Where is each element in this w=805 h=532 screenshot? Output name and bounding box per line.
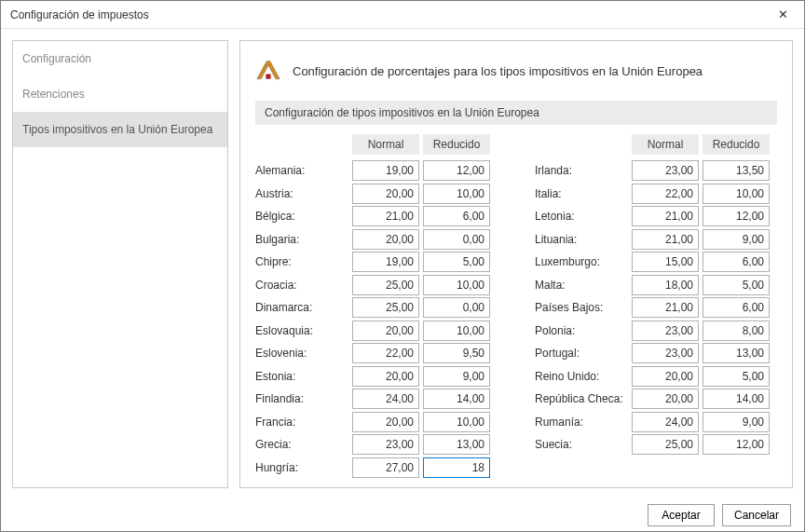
normal-input[interactable] <box>632 275 699 295</box>
normal-input[interactable] <box>632 297 699 318</box>
sidebar-item[interactable]: Retenciones <box>13 76 227 112</box>
tax-row: Hungría: <box>255 457 498 478</box>
reducido-input[interactable] <box>423 434 490 455</box>
normal-input[interactable] <box>352 457 419 478</box>
reducido-input[interactable] <box>703 275 770 295</box>
normal-input[interactable] <box>352 229 419 250</box>
reducido-input[interactable] <box>703 229 770 250</box>
reducido-input[interactable] <box>703 297 770 318</box>
tax-row: Alemania: <box>255 160 498 181</box>
tax-row: Polonia: <box>535 321 777 341</box>
reducido-input[interactable] <box>703 366 770 387</box>
reducido-input[interactable] <box>423 412 490 432</box>
header-normal: Normal <box>352 134 419 155</box>
country-label: Portugal: <box>535 343 628 363</box>
tax-row: Eslovenia: <box>255 343 498 363</box>
tax-row: Malta: <box>535 275 777 295</box>
close-button[interactable]: ✕ <box>762 1 804 28</box>
normal-input[interactable] <box>632 184 699 204</box>
country-label: Irlanda: <box>535 160 628 181</box>
main-header: Configuración de porcentajes para los ti… <box>255 52 777 89</box>
normal-input[interactable] <box>632 343 699 363</box>
reducido-input[interactable] <box>703 412 770 432</box>
normal-input[interactable] <box>352 160 419 181</box>
tax-row: Finlandia: <box>255 389 498 409</box>
normal-input[interactable] <box>632 229 699 250</box>
normal-input[interactable] <box>632 160 699 181</box>
reducido-input[interactable] <box>423 343 490 363</box>
normal-input[interactable] <box>352 297 419 318</box>
reducido-input[interactable] <box>423 297 490 318</box>
reducido-input[interactable] <box>703 252 770 272</box>
reducido-input[interactable] <box>423 184 490 204</box>
tax-row: Francia: <box>255 412 498 432</box>
reducido-input[interactable] <box>703 389 770 409</box>
reducido-input[interactable] <box>703 343 770 363</box>
normal-input[interactable] <box>352 366 419 387</box>
normal-input[interactable] <box>632 389 699 409</box>
tax-row: Suecia: <box>535 434 777 455</box>
normal-input[interactable] <box>352 412 419 432</box>
country-label: Eslovaquia: <box>255 321 348 341</box>
normal-input[interactable] <box>632 252 699 272</box>
reducido-input[interactable] <box>423 457 490 478</box>
tax-row: Bélgica: <box>255 206 498 226</box>
normal-input[interactable] <box>632 434 699 455</box>
country-label: Luxemburgo: <box>535 252 628 272</box>
tax-row: Letonia: <box>535 206 777 226</box>
tax-row: Lituania: <box>535 229 777 250</box>
window-title: Configuración de impuestos <box>10 8 762 21</box>
tax-row: Rumanía: <box>535 412 777 432</box>
reducido-input[interactable] <box>423 366 490 387</box>
normal-input[interactable] <box>632 412 699 432</box>
normal-input[interactable] <box>352 389 419 409</box>
header-spacer <box>255 134 348 155</box>
reducido-input[interactable] <box>703 184 770 204</box>
accept-button[interactable]: Aceptar <box>648 504 715 526</box>
reducido-input[interactable] <box>423 160 490 181</box>
main-title: Configuración de porcentajes para los ti… <box>293 64 703 78</box>
tax-config-dialog: Configuración de impuestos ✕ Configuraci… <box>0 0 805 532</box>
reducido-input[interactable] <box>703 206 770 226</box>
header-normal: Normal <box>632 134 699 155</box>
sidebar-item[interactable]: Tipos impositivos en la Unión Europea <box>13 112 227 147</box>
country-label: Letonia: <box>535 206 628 226</box>
svg-rect-0 <box>266 75 270 79</box>
tax-row: Bulgaria: <box>255 229 498 250</box>
normal-input[interactable] <box>632 366 699 387</box>
country-label: Francia: <box>255 412 348 432</box>
normal-input[interactable] <box>632 206 699 226</box>
reducido-input[interactable] <box>423 229 490 250</box>
reducido-input[interactable] <box>703 160 770 181</box>
normal-input[interactable] <box>352 321 419 341</box>
content-area: ConfiguraciónRetencionesTipos impositivo… <box>1 29 804 499</box>
reducido-input[interactable] <box>423 252 490 272</box>
normal-input[interactable] <box>352 206 419 226</box>
sub-title: Configuración de tipos impositivos en la… <box>255 101 777 125</box>
tax-column-left: NormalReducidoAlemania:Austria:Bélgica:B… <box>255 134 498 480</box>
agencia-tributaria-icon <box>255 58 281 84</box>
tax-row: Estonia: <box>255 366 498 387</box>
header-spacer <box>535 134 628 155</box>
normal-input[interactable] <box>352 275 419 295</box>
country-label: Italia: <box>535 184 628 204</box>
country-label: Grecia: <box>255 434 348 455</box>
normal-input[interactable] <box>352 252 419 272</box>
normal-input[interactable] <box>352 343 419 363</box>
reducido-input[interactable] <box>423 206 490 226</box>
reducido-input[interactable] <box>423 321 490 341</box>
country-label: Bélgica: <box>255 206 348 226</box>
column-headers: NormalReducido <box>535 134 777 155</box>
sidebar-item[interactable]: Configuración <box>13 41 227 76</box>
tax-row: Luxemburgo: <box>535 252 777 272</box>
reducido-input[interactable] <box>703 321 770 341</box>
cancel-button[interactable]: Cancelar <box>722 504 791 526</box>
reducido-input[interactable] <box>423 389 490 409</box>
normal-input[interactable] <box>352 434 419 455</box>
tax-column-right: NormalReducidoIrlanda:Italia:Letonia:Lit… <box>535 134 777 480</box>
country-label: Croacia: <box>255 275 348 295</box>
reducido-input[interactable] <box>423 275 490 295</box>
normal-input[interactable] <box>632 321 699 341</box>
normal-input[interactable] <box>352 184 419 204</box>
reducido-input[interactable] <box>703 434 770 455</box>
